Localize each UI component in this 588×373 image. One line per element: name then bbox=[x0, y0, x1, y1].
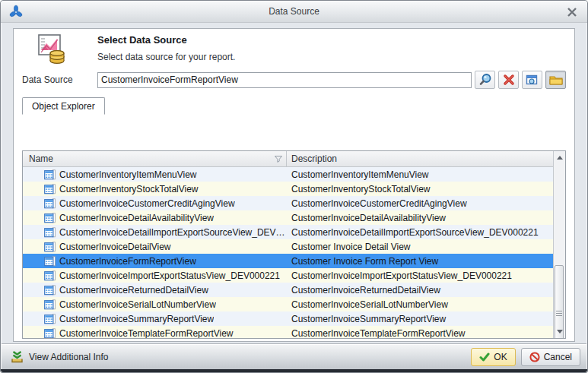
description-cell: CustomerInvoiceImportExportStatusView_DE… bbox=[287, 270, 553, 281]
filter-icon[interactable] bbox=[275, 156, 282, 163]
description-cell: Customer Invoice Form Report View bbox=[287, 256, 553, 267]
close-button[interactable] bbox=[565, 5, 579, 18]
tab-strip: Object Explorer bbox=[22, 96, 566, 113]
panel-header: Select Data Source Select data source fo… bbox=[14, 29, 574, 67]
tab-object-explorer[interactable]: Object Explorer bbox=[22, 97, 105, 115]
description-cell: CustomerInvoiceDetailImportExportSourceV… bbox=[287, 227, 553, 238]
description-cell: Customer Invoice Detail View bbox=[287, 242, 553, 252]
name-cell: CustomerInvoiceSummaryReportView bbox=[23, 314, 287, 324]
description-cell: CustomerInvoiceReturnedDetailView bbox=[287, 285, 553, 296]
database-view-icon bbox=[44, 328, 56, 339]
description-cell: CustomerInvoiceDetailAvailabilityView bbox=[287, 213, 553, 223]
table-row[interactable]: CustomerInvoiceDetailView Customer Invoi… bbox=[23, 239, 553, 254]
table-row[interactable]: CustomerInvoiceFormReportView Customer I… bbox=[23, 254, 553, 268]
table-row[interactable]: CustomerInvoiceSerialLotNumberView Custo… bbox=[23, 297, 553, 311]
table-row[interactable]: CustomerInvoiceDetailImportExportSourceV… bbox=[23, 225, 553, 239]
name-cell: CustomerInvoiceTemplateFormReportView bbox=[23, 328, 287, 339]
cancel-icon bbox=[529, 352, 540, 362]
search-datasource-button[interactable] bbox=[475, 71, 495, 89]
description-cell: CustomerInvoiceSerialLotNumberView bbox=[287, 299, 553, 310]
database-view-icon bbox=[44, 184, 56, 194]
browse-datasource-button[interactable] bbox=[545, 71, 566, 89]
database-view-icon bbox=[44, 256, 56, 267]
database-view-icon bbox=[44, 299, 56, 310]
name-cell: CustomerInvoiceDetailAvailabilityView bbox=[23, 213, 287, 223]
column-header-description[interactable]: Description bbox=[287, 151, 553, 166]
folder-open-icon bbox=[549, 74, 563, 86]
table-row[interactable]: CustomerInvoiceDetailAvailabilityView Cu… bbox=[23, 210, 553, 225]
name-cell: CustomerInvoiceDetailView bbox=[23, 242, 287, 252]
additional-info-icon bbox=[11, 351, 24, 363]
arrow-down-icon bbox=[557, 330, 563, 333]
database-view-icon bbox=[44, 169, 56, 180]
search-icon bbox=[478, 73, 492, 87]
scrollbar-up-button[interactable] bbox=[554, 152, 565, 163]
name-cell: CustomerInvoiceImportExportStatusView_DE… bbox=[23, 270, 287, 281]
database-view-icon bbox=[44, 285, 56, 296]
description-cell: CustomerInvoiceTemplateFormReportView bbox=[287, 328, 553, 339]
close-icon bbox=[567, 8, 577, 17]
clear-icon bbox=[503, 74, 515, 86]
column-header-name[interactable]: Name bbox=[23, 151, 287, 166]
arrow-up-icon bbox=[557, 156, 563, 160]
name-cell: CustomerInvoiceCustomerCreditAgingView bbox=[23, 198, 287, 209]
window-bottom-edge bbox=[1, 369, 587, 372]
name-cell: CustomerInvoiceSerialLotNumberView bbox=[23, 299, 287, 310]
name-cell: CustomerInvoiceReturnedDetailView bbox=[23, 285, 287, 296]
preview-datasource-button[interactable] bbox=[522, 71, 542, 89]
name-cell: CustomerInventoryItemMenuView bbox=[23, 169, 287, 180]
data-source-input[interactable] bbox=[97, 72, 472, 88]
database-view-icon bbox=[44, 242, 56, 252]
table-row[interactable]: CustomerInventoryItemMenuView CustomerIn… bbox=[23, 167, 553, 182]
description-cell: CustomerInvoiceSummaryReportView bbox=[287, 314, 553, 324]
page-title: Select Data Source bbox=[97, 34, 235, 46]
object-explorer-grid: Name Description bbox=[22, 150, 566, 339]
title-bar[interactable]: Data Source bbox=[1, 1, 587, 23]
table-row[interactable]: CustomerInvoiceTemplateFormReportView Cu… bbox=[23, 326, 553, 339]
clear-datasource-button[interactable] bbox=[498, 71, 519, 89]
description-cell: CustomerInvoiceCustomerCreditAgingView bbox=[287, 198, 553, 209]
scrollbar-down-button[interactable] bbox=[554, 326, 565, 337]
vertical-scrollbar[interactable] bbox=[553, 151, 565, 338]
table-row[interactable]: CustomerInvoiceReturnedDetailView Custom… bbox=[23, 283, 553, 297]
database-view-icon bbox=[44, 314, 56, 324]
data-source-field-row: Data Source bbox=[22, 71, 566, 89]
cancel-button[interactable]: Cancel bbox=[521, 348, 580, 366]
footer-bar: View Additional Info OK Cancel bbox=[2, 343, 586, 369]
database-view-icon bbox=[44, 227, 56, 238]
name-cell: CustomerInvoiceFormReportView bbox=[23, 256, 287, 267]
content-panel: Select Data Source Select data source fo… bbox=[13, 28, 575, 342]
database-view-icon bbox=[44, 198, 56, 209]
data-source-label: Data Source bbox=[22, 74, 97, 85]
report-datasource-icon bbox=[37, 33, 67, 65]
grid-body: CustomerInventoryItemMenuView CustomerIn… bbox=[23, 167, 553, 338]
table-row[interactable]: CustomerInvoiceCustomerCreditAgingView C… bbox=[23, 196, 553, 210]
grid-header: Name Description bbox=[23, 151, 553, 167]
view-additional-info-button[interactable]: View Additional Info bbox=[8, 349, 112, 365]
table-row[interactable]: CustomerInvoiceSummaryReportView Custome… bbox=[23, 311, 553, 326]
checkmark-icon bbox=[479, 352, 490, 362]
description-cell: CustomerInventoryStockTotalView bbox=[287, 184, 553, 194]
table-row[interactable]: CustomerInventoryStockTotalView Customer… bbox=[23, 182, 553, 196]
ok-button[interactable]: OK bbox=[471, 348, 515, 366]
database-view-icon bbox=[44, 270, 56, 281]
data-source-dialog: Data Source bbox=[0, 0, 588, 373]
page-subtitle: Select data source for your report. bbox=[97, 52, 235, 62]
table-row[interactable]: CustomerInvoiceImportExportStatusView_DE… bbox=[23, 268, 553, 283]
name-cell: CustomerInvoiceDetailImportExportSourceV… bbox=[23, 227, 287, 238]
scrollbar-grip-icon bbox=[556, 313, 562, 314]
window-title: Data Source bbox=[1, 6, 587, 17]
preview-icon bbox=[526, 74, 539, 87]
name-cell: CustomerInventoryStockTotalView bbox=[23, 184, 287, 194]
database-view-icon bbox=[44, 213, 56, 223]
description-cell: CustomerInventoryItemMenuView bbox=[287, 169, 553, 180]
